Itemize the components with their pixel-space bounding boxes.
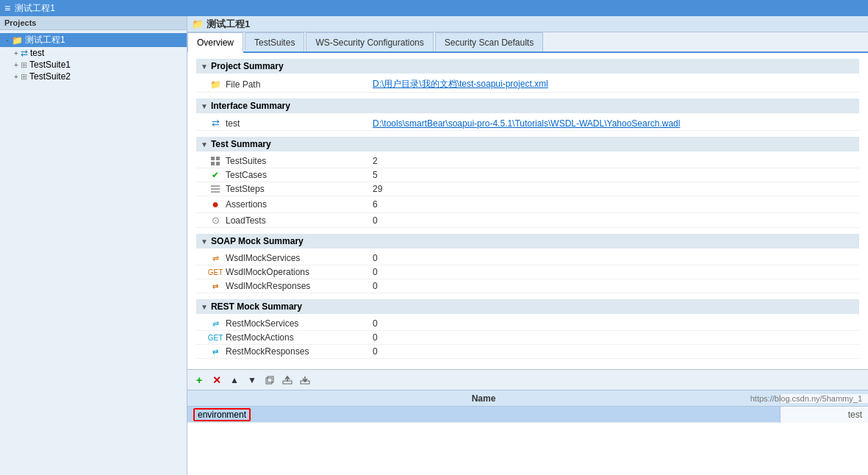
suite1-icon: ⊞ xyxy=(21,60,27,70)
expand-suite1-icon[interactable]: + xyxy=(12,61,21,69)
table-data-area: environment test xyxy=(187,407,868,423)
col-header-right: https://blog.csdn.ny/5hammy_1 xyxy=(780,394,868,403)
sidebar-tree: - 📁 测试工程1 + ⇄ test + ⊞ TestSuite1 + ⊞ Te… xyxy=(0,30,187,475)
loadtests-label: LoadTests xyxy=(226,215,373,226)
bottom-table: Name https://blog.csdn.ny/5hammy_1 envir… xyxy=(187,390,868,423)
section-test-summary[interactable]: ▼ Test Summary xyxy=(196,137,859,151)
top-bar-title: 测试工程1 xyxy=(15,2,55,15)
interface-row: ⇄ test D:\tools\smartBear\soapui-pro-4.5… xyxy=(196,116,859,131)
wsdl-mock-services-label: WsdlMockServices xyxy=(226,253,373,263)
right-value-text: test xyxy=(848,410,862,420)
sidebar-item-iface[interactable]: + ⇄ test xyxy=(0,47,187,59)
clone-button[interactable] xyxy=(262,373,277,388)
sidebar-header: Projects xyxy=(0,16,187,30)
wsdl-mock-services-icon: ⇌ xyxy=(208,254,223,263)
wsdl-mock-operations-row: GET WsdlMockOperations 0 xyxy=(196,265,859,279)
wsdl-mock-operations-icon: GET xyxy=(208,268,223,276)
expand-suite2-icon[interactable]: + xyxy=(12,73,21,81)
top-bar: ≡ 测试工程1 xyxy=(0,0,868,16)
menu-icon[interactable]: ≡ xyxy=(4,2,10,14)
section-rest-mock-summary[interactable]: ▼ REST Mock Summary xyxy=(196,299,859,314)
wsdl-mock-responses-row: ⇄ WsdlMockResponses 0 xyxy=(196,279,859,293)
rest-mock-services-icon: ⇌ xyxy=(208,319,223,329)
expand-project-icon[interactable]: - xyxy=(3,36,12,44)
wsdl-mock-responses-value: 0 xyxy=(373,281,378,291)
testcases-value: 5 xyxy=(373,170,378,180)
tab-overview[interactable]: Overview xyxy=(187,32,243,53)
rest-mock-actions-row: GET RestMockActions 0 xyxy=(196,331,859,345)
wsdl-mock-operations-label: WsdlMockOperations xyxy=(226,267,373,277)
toggle-soap-mock-icon: ▼ xyxy=(201,238,208,246)
suite2-icon: ⊞ xyxy=(21,72,27,82)
toggle-interface-summary-icon: ▼ xyxy=(201,102,208,110)
testsuites-label: TestSuites xyxy=(226,156,373,166)
iface-icon: ⇄ xyxy=(21,48,28,58)
testsuites-value: 2 xyxy=(373,156,378,166)
env-name-value: environment xyxy=(193,408,251,421)
assertions-icon: ● xyxy=(208,198,223,211)
wsdl-mock-services-value: 0 xyxy=(373,253,378,263)
env-name-cell: environment xyxy=(187,408,780,421)
teststeps-row: TestSteps 29 xyxy=(196,182,859,196)
sidebar-item-testsuite1[interactable]: + ⊞ TestSuite1 xyxy=(0,59,187,71)
rest-mock-services-label: RestMockServices xyxy=(226,318,373,329)
assertions-value: 6 xyxy=(373,199,378,210)
down-button[interactable]: ▼ xyxy=(245,373,259,388)
add-button[interactable]: + xyxy=(192,373,207,388)
rest-mock-label: REST Mock Summary xyxy=(211,301,302,312)
rest-mock-responses-value: 0 xyxy=(373,346,378,357)
right-panel-value: test xyxy=(780,407,868,423)
rest-mock-responses-icon: ⇄ xyxy=(208,348,223,356)
rest-mock-services-value: 0 xyxy=(373,318,378,329)
assertions-label: Assertions xyxy=(226,199,373,210)
teststeps-label: TestSteps xyxy=(226,184,373,194)
test-summary-label: Test Summary xyxy=(211,139,271,149)
sidebar-item-project[interactable]: - 📁 测试工程1 xyxy=(0,33,187,47)
toggle-rest-mock-icon: ▼ xyxy=(201,303,208,311)
interface-path-value[interactable]: D:\tools\smartBear\soapui-pro-4.5.1\Tuto… xyxy=(373,118,680,129)
testsuites-row: TestSuites 2 xyxy=(196,154,859,168)
wsdl-mock-services-row: ⇌ WsdlMockServices 0 xyxy=(196,251,859,265)
loadtests-row: ⊙ LoadTests 0 xyxy=(196,213,859,228)
sidebar-item-testsuite2[interactable]: + ⊞ TestSuite2 xyxy=(0,71,187,82)
up-button[interactable]: ▲ xyxy=(227,373,242,388)
file-path-value[interactable]: D:\用户目录\我的文档\test-soapui-project.xml xyxy=(373,78,548,90)
main-layout: Projects - 📁 测试工程1 + ⇄ test + ⊞ TestSuit… xyxy=(0,16,868,475)
content-header: 📁 测试工程1 xyxy=(187,16,868,32)
toggle-project-summary-icon: ▼ xyxy=(201,63,208,71)
remove-button[interactable]: ✕ xyxy=(209,373,224,388)
section-soap-mock-summary[interactable]: ▼ SOAP Mock Summary xyxy=(196,234,859,249)
wsdl-mock-responses-icon: ⇄ xyxy=(208,282,223,290)
sidebar: Projects - 📁 测试工程1 + ⇄ test + ⊞ TestSuit… xyxy=(0,16,187,475)
import-button[interactable] xyxy=(298,373,312,388)
svg-rect-3 xyxy=(216,162,220,165)
svg-rect-7 xyxy=(266,378,272,384)
table-header-row: Name https://blog.csdn.ny/5hammy_1 xyxy=(187,390,868,407)
sidebar-item-iface-label: test xyxy=(30,48,44,58)
interface-name-label: test xyxy=(226,118,373,129)
sidebar-item-project-label: 测试工程1 xyxy=(25,34,65,46)
main-content: ▼ Project Summary 📁 File Path D:\用户目录\我的… xyxy=(187,53,868,369)
testcases-row: ✔ TestCases 5 xyxy=(196,168,859,182)
project-summary-label: Project Summary xyxy=(211,61,284,71)
col-header-name: Name xyxy=(187,392,780,405)
rest-mock-actions-value: 0 xyxy=(373,332,378,343)
rest-mock-services-row: ⇌ RestMockServices 0 xyxy=(196,317,859,331)
interface-icon: ⇄ xyxy=(208,118,223,129)
rest-mock-responses-row: ⇄ RestMockResponses 0 xyxy=(196,345,859,359)
export-button[interactable] xyxy=(280,373,295,388)
project-folder-icon: 📁 xyxy=(12,35,23,46)
teststeps-icon xyxy=(208,184,223,194)
interface-summary-label: Interface Summary xyxy=(211,101,290,111)
tab-ws-security[interactable]: WS-Security Configurations xyxy=(306,32,433,51)
section-interface-summary[interactable]: ▼ Interface Summary xyxy=(196,99,859,113)
rest-mock-actions-icon: GET xyxy=(208,334,223,342)
svg-rect-0 xyxy=(211,157,215,160)
tab-security-scan[interactable]: Security Scan Defaults xyxy=(435,32,543,51)
table-row-environment[interactable]: environment xyxy=(187,407,780,423)
tab-testsuites[interactable]: TestSuites xyxy=(245,32,304,51)
section-project-summary[interactable]: ▼ Project Summary xyxy=(196,59,859,74)
tabs-bar: Overview TestSuites WS-Security Configur… xyxy=(187,32,868,53)
expand-iface-icon[interactable]: + xyxy=(12,49,21,57)
wsdl-mock-responses-label: WsdlMockResponses xyxy=(226,281,373,291)
